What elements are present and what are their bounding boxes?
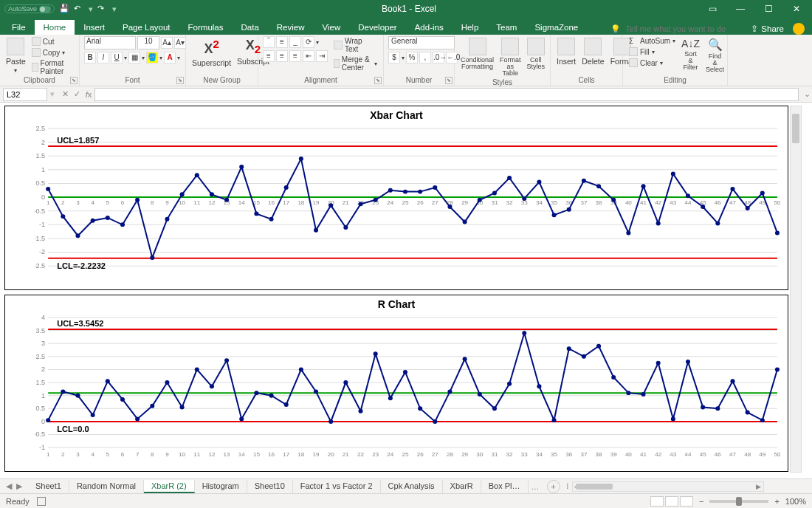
align-bottom-button[interactable]: _ xyxy=(289,36,301,48)
tab-addins[interactable]: Add-ins xyxy=(406,20,453,35)
font-color-button[interactable]: A xyxy=(164,52,176,64)
merge-center-button[interactable]: Merge & Center▾ xyxy=(332,55,379,72)
normal-view-button[interactable] xyxy=(650,496,664,507)
sheet-tab[interactable]: XbarR (2) xyxy=(144,480,195,493)
increase-font-button[interactable]: A▴ xyxy=(161,37,173,49)
vertical-scrollbar[interactable] xyxy=(790,106,802,473)
bold-button[interactable]: B xyxy=(84,52,96,64)
paste-button[interactable]: Paste ▾ xyxy=(4,36,27,75)
find-select-button[interactable]: 🔍Find & Select xyxy=(704,36,726,75)
sheet-tab[interactable]: Factor 1 vs Factor 2 xyxy=(293,480,381,493)
clipboard-launcher[interactable]: ⬊ xyxy=(70,77,78,84)
font-name-select[interactable]: Arial xyxy=(84,36,136,49)
autosave-toggle[interactable]: AutoSave xyxy=(4,4,55,13)
tab-developer[interactable]: Developer xyxy=(349,20,405,35)
sheet-tab[interactable]: Sheet10 xyxy=(247,480,293,493)
ribbon-display-options[interactable]: ▭ xyxy=(701,4,723,14)
xbar-chart[interactable]: Xbar Chart -2.5-2-1.5-1-0.500.511.522.5U… xyxy=(4,106,788,290)
tab-scroll-left[interactable]: ◀ xyxy=(4,481,13,491)
name-box[interactable]: L32 xyxy=(3,88,47,101)
sort-filter-button[interactable]: A↓ZSort & Filter xyxy=(680,36,701,72)
increase-decimal-button[interactable]: .0→ xyxy=(433,52,444,64)
cut-button[interactable]: Cut xyxy=(30,36,75,47)
sheet-tab[interactable]: XbarR xyxy=(443,480,481,493)
align-right-button[interactable]: ≡ xyxy=(289,50,301,62)
accounting-format-button[interactable]: $ xyxy=(388,52,400,64)
orientation-button[interactable]: ⟳ xyxy=(303,36,314,48)
conditional-formatting-button[interactable]: Conditional Formatting xyxy=(459,36,495,72)
align-top-button[interactable]: ‾ xyxy=(263,36,275,48)
align-center-button[interactable]: ≡ xyxy=(276,50,288,62)
tab-home[interactable]: Home xyxy=(35,20,75,35)
tab-scroll-right[interactable]: ▶ xyxy=(15,481,24,491)
align-middle-button[interactable]: ≡ xyxy=(276,36,288,48)
zoom-out-button[interactable]: − xyxy=(699,497,703,506)
format-painter-button[interactable]: Format Painter xyxy=(30,58,75,76)
number-format-select[interactable]: General xyxy=(388,36,455,49)
tab-review[interactable]: Review xyxy=(268,20,314,35)
underline-button[interactable]: U xyxy=(111,52,123,64)
decrease-font-button[interactable]: A▾ xyxy=(174,37,186,49)
superscript-button[interactable]: X2 Superscript xyxy=(190,36,233,69)
zoom-in-button[interactable]: + xyxy=(774,497,779,506)
tab-view[interactable]: View xyxy=(314,20,350,35)
minimize-button[interactable]: — xyxy=(729,4,751,14)
cancel-formula-icon[interactable]: ✕ xyxy=(59,89,71,99)
tab-formulas[interactable]: Formulas xyxy=(179,20,233,35)
sheet-tab[interactable]: Histogram xyxy=(195,480,247,493)
alignment-launcher[interactable]: ⬊ xyxy=(374,77,382,84)
share-button[interactable]: ⇪ Share xyxy=(751,24,784,34)
tab-insert[interactable]: Insert xyxy=(75,20,114,35)
fill-color-button[interactable]: 🪣 xyxy=(146,52,158,64)
enter-formula-icon[interactable]: ✓ xyxy=(71,89,83,99)
format-as-table-button[interactable]: Format as Table xyxy=(498,36,523,78)
undo-icon[interactable]: ↶ xyxy=(74,4,84,14)
more-sheets[interactable]: … xyxy=(529,482,543,491)
italic-button[interactable]: I xyxy=(97,52,109,64)
align-left-button[interactable]: ≡ xyxy=(263,50,275,62)
comma-format-button[interactable]: , xyxy=(419,52,431,64)
increase-indent-button[interactable]: ⇥ xyxy=(316,50,328,62)
r-chart[interactable]: R Chart -1-0.500.511.522.533.54UCL=3.545… xyxy=(4,295,788,472)
delete-cells-button[interactable]: Delete xyxy=(580,36,605,67)
save-icon[interactable]: 💾 xyxy=(59,4,69,14)
sheet-tab[interactable]: Box Pl… xyxy=(481,480,529,493)
cell-styles-button[interactable]: Cell Styles xyxy=(526,36,547,72)
insert-cells-button[interactable]: Insert xyxy=(555,36,577,67)
macro-record-icon[interactable] xyxy=(37,497,46,506)
sheet-tab[interactable]: Sheet1 xyxy=(28,480,69,493)
font-launcher[interactable]: ⬊ xyxy=(176,77,184,84)
border-button[interactable]: ▦ xyxy=(128,52,140,64)
feedback-smiley-icon[interactable] xyxy=(793,23,805,35)
tell-me-input[interactable] xyxy=(624,24,742,34)
sheet-tab[interactable]: Cpk Analysis xyxy=(381,480,443,493)
decrease-indent-button[interactable]: ⇤ xyxy=(303,50,314,62)
percent-format-button[interactable]: % xyxy=(406,52,418,64)
sheet-tab[interactable]: Random Normal xyxy=(69,480,144,493)
fx-icon[interactable]: fx xyxy=(83,90,94,99)
copy-button[interactable]: Copy▾ xyxy=(30,47,75,58)
fill-button[interactable]: Fill▾ xyxy=(627,47,677,57)
redo-icon[interactable]: ↷ xyxy=(97,4,108,14)
new-sheet-button[interactable]: + xyxy=(547,480,560,493)
number-launcher[interactable]: ⬊ xyxy=(445,77,453,84)
tab-data[interactable]: Data xyxy=(233,20,268,35)
tell-me-search[interactable]: 💡 xyxy=(610,24,742,34)
tab-pagelayout[interactable]: Page Layout xyxy=(114,20,179,35)
tab-sigmazone[interactable]: SigmaZone xyxy=(526,20,587,35)
formula-input[interactable] xyxy=(94,88,799,101)
close-button[interactable]: ✕ xyxy=(785,4,808,14)
maximize-button[interactable]: ☐ xyxy=(757,4,780,14)
tab-help[interactable]: Help xyxy=(453,20,488,35)
font-size-select[interactable]: 10 xyxy=(137,36,159,49)
tab-file[interactable]: File xyxy=(3,20,35,35)
clear-button[interactable]: Clear▾ xyxy=(627,58,677,68)
tab-team[interactable]: Team xyxy=(487,20,526,35)
zoom-level[interactable]: 100% xyxy=(785,497,806,506)
expand-formula-bar[interactable]: ⌄ xyxy=(802,89,812,99)
autosum-button[interactable]: Σ AutoSum▾ xyxy=(627,36,677,46)
zoom-slider[interactable] xyxy=(709,500,768,503)
page-break-view-button[interactable] xyxy=(680,496,693,507)
horizontal-scrollbar[interactable]: ◀ ▶ xyxy=(572,481,764,492)
wrap-text-button[interactable]: Wrap Text xyxy=(332,36,379,54)
